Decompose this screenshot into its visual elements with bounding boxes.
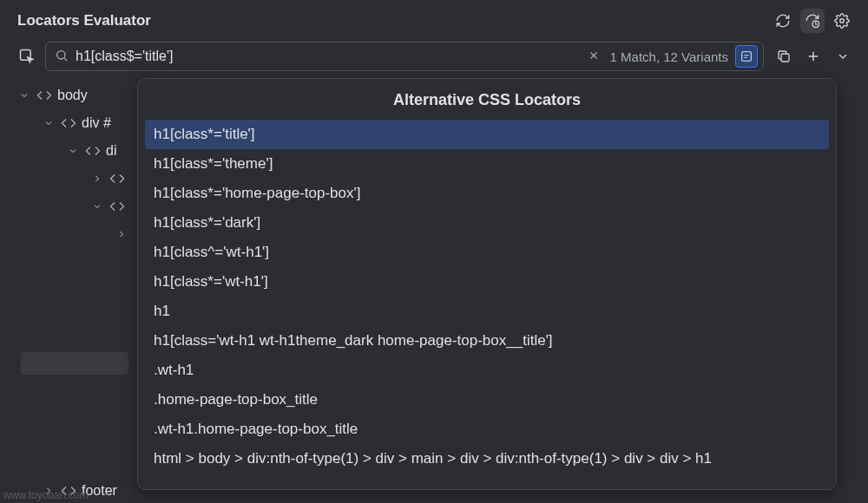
chevron-down-icon[interactable] <box>832 45 854 68</box>
tree-label: div # <box>82 115 111 131</box>
tag-icon <box>109 199 125 214</box>
svg-point-3 <box>57 50 65 58</box>
popup-item[interactable]: html > body > div:nth-of-type(1) > div >… <box>145 444 829 474</box>
tag-icon <box>109 171 125 186</box>
panel-title: Locators Evaluator <box>17 12 151 29</box>
chevron-down-icon[interactable] <box>42 116 56 130</box>
popup-item[interactable]: h1[class*='dark'] <box>145 208 829 238</box>
popup-item[interactable]: .home-page-top-box_title <box>145 385 829 415</box>
chevron-right-icon[interactable] <box>115 227 128 241</box>
popup-item[interactable]: h1[class^='wt-h1'] <box>145 238 829 267</box>
tag-icon <box>36 88 52 103</box>
chevron-down-icon[interactable] <box>90 199 104 213</box>
svg-point-1 <box>840 19 845 23</box>
popup-item[interactable]: h1[class='wt-h1 wt-h1theme_dark home-pag… <box>145 326 829 356</box>
popup-list: h1[class*='title'] h1[class*='theme'] h1… <box>138 120 836 474</box>
copy-icon[interactable] <box>773 45 795 68</box>
chevron-right-icon[interactable] <box>90 172 104 186</box>
svg-rect-5 <box>781 54 789 62</box>
tag-icon <box>61 115 76 131</box>
refresh-timed-icon[interactable] <box>800 9 825 33</box>
popup-item[interactable]: h1 <box>145 297 829 326</box>
search-icon <box>55 49 69 65</box>
search-input[interactable] <box>76 49 584 64</box>
chevron-down-icon[interactable] <box>66 144 80 158</box>
popup-item[interactable]: h1[class*='wt-h1'] <box>145 267 829 297</box>
match-count: 1 Match, 12 Variants <box>603 49 735 64</box>
watermark-text: www.toyoban.com <box>0 489 88 501</box>
add-icon[interactable] <box>802 45 825 68</box>
tree-selection-highlight <box>21 352 128 375</box>
alternatives-popup: Alternative CSS Locators h1[class*='titl… <box>137 78 837 490</box>
inspect-icon[interactable] <box>17 47 36 66</box>
tag-icon <box>85 143 101 159</box>
chevron-down-icon[interactable] <box>17 88 31 102</box>
refresh-icon[interactable] <box>771 9 795 33</box>
popup-item[interactable]: h1[class*='home-page-top-box'] <box>145 179 829 208</box>
settings-icon[interactable] <box>830 9 854 33</box>
popup-item[interactable]: .wt-h1 <box>145 356 829 385</box>
popup-title: Alternative CSS Locators <box>138 91 836 109</box>
header-actions <box>771 9 854 33</box>
tree-label: body <box>57 88 88 103</box>
tree-label: di <box>106 143 116 159</box>
variants-button[interactable] <box>735 45 758 68</box>
search-field[interactable]: 1 Match, 12 Variants <box>45 42 764 71</box>
svg-rect-4 <box>742 52 752 62</box>
clear-icon[interactable] <box>584 46 603 68</box>
popup-item[interactable]: h1[class*='title'] <box>145 120 829 149</box>
popup-item[interactable]: .wt-h1.home-page-top-box_title <box>145 415 829 444</box>
popup-item[interactable]: h1[class*='theme'] <box>145 149 829 179</box>
